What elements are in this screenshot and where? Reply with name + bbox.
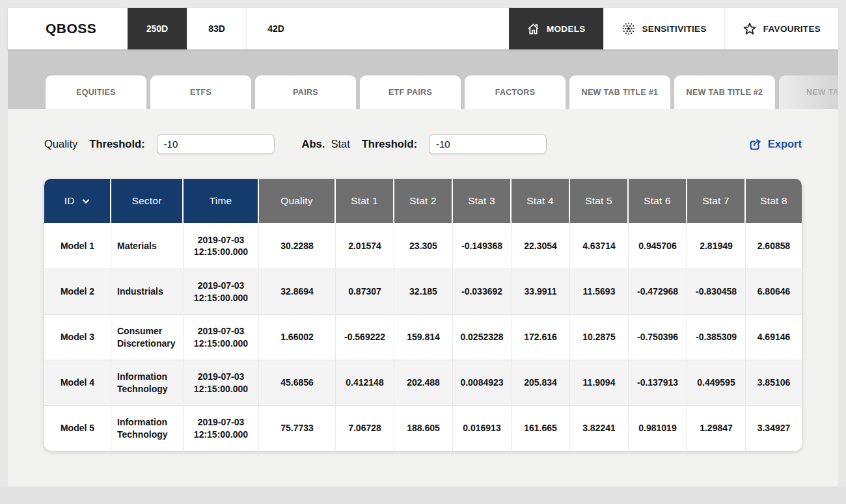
- brand-logo: QBOSS: [8, 8, 128, 49]
- period-tabs: 250D83D42D: [128, 8, 305, 49]
- col-header-stat-1[interactable]: Stat 1: [336, 179, 394, 223]
- abs-stat-threshold-label: Threshold:: [362, 138, 417, 150]
- stat-cell: 0.0084923: [453, 360, 512, 405]
- stat-cell: 0.945706: [629, 223, 687, 269]
- subtab-new-tab-title-1[interactable]: NEW TAB TITLE #1: [569, 75, 670, 109]
- table-row[interactable]: Model 1Materials2019-07-03 12:15:00.0003…: [44, 223, 802, 269]
- sensitivities-icon: [621, 21, 636, 36]
- stat-cell: 0.981019: [629, 405, 687, 451]
- subtab-factors[interactable]: FACTORS: [465, 75, 566, 109]
- stat-cell: 0.449595: [687, 360, 746, 405]
- col-header-id[interactable]: ID: [44, 179, 111, 223]
- col-header-stat-2[interactable]: Stat 2: [394, 179, 453, 223]
- stat-cell: 0.016913: [453, 405, 512, 451]
- col-header-stat-6[interactable]: Stat 6: [629, 179, 687, 223]
- model-id-cell: Model 1: [44, 223, 111, 269]
- export-label: Export: [768, 138, 802, 150]
- subtab-strip: EQUITIESETFSPAIRSETF PAIRSFACTORSNEW TAB…: [8, 49, 838, 109]
- table-row[interactable]: Model 3Consumer Discretionary2019-07-03 …: [44, 314, 802, 360]
- abs-label: Abs.: [302, 138, 325, 150]
- col-header-sector[interactable]: Sector: [111, 179, 184, 223]
- col-header-stat-7[interactable]: Stat 7: [687, 179, 746, 223]
- filter-bar: Quality Threshold: Abs. Stat Threshold: …: [44, 109, 802, 154]
- sector-cell: Information Technology: [111, 360, 184, 405]
- stat-cell: 1.29847: [687, 405, 746, 451]
- col-header-time[interactable]: Time: [184, 179, 259, 223]
- quality-threshold-label: Threshold:: [89, 138, 144, 150]
- subtab-etfs[interactable]: ETFS: [150, 75, 251, 109]
- stat-cell: 202.488: [394, 360, 453, 405]
- quality-threshold-input[interactable]: [157, 134, 275, 154]
- col-header-stat-3[interactable]: Stat 3: [453, 179, 512, 223]
- stat-cell: 23.305: [394, 223, 453, 269]
- subtab-pairs[interactable]: PAIRS: [255, 75, 356, 109]
- stat-cell: 10.2875: [570, 314, 629, 360]
- stat-cell: -0.137913: [629, 360, 687, 405]
- subtab-new-tab-title-2[interactable]: NEW TAB TITLE #2: [674, 75, 775, 109]
- stat-cell: -0.750396: [629, 314, 687, 360]
- stat-cell: 2.01574: [336, 223, 394, 269]
- model-id-cell: Model 4: [44, 360, 111, 405]
- chevron-down-icon: [82, 199, 90, 204]
- model-id-cell: Model 3: [44, 314, 111, 360]
- stat-cell: 172.616: [512, 314, 570, 360]
- table-header-row: ID Sector Time Quality Stat 1 Stat 2 Sta…: [44, 179, 802, 223]
- top-nav: QBOSS 250D83D42D MODELSSENSITIVITIESFAVO…: [8, 8, 838, 49]
- stat-cell: 4.69146: [746, 314, 802, 360]
- stat-cell: 1.66002: [259, 314, 336, 360]
- stat-label: Stat: [331, 138, 349, 150]
- period-tab-83d[interactable]: 83D: [187, 8, 246, 49]
- nav-item-models[interactable]: MODELS: [509, 8, 603, 49]
- app-window: QBOSS 250D83D42D MODELSSENSITIVITIESFAVO…: [8, 8, 838, 486]
- models-table: ID Sector Time Quality Stat 1 Stat 2 Sta…: [44, 179, 802, 451]
- abs-stat-threshold-input[interactable]: [429, 134, 547, 154]
- sector-cell: Consumer Discretionary: [111, 314, 184, 360]
- sector-cell: Materials: [111, 223, 184, 269]
- stat-cell: 3.82241: [570, 405, 629, 451]
- home-icon: [526, 22, 540, 36]
- stat-cell: 11.9094: [570, 360, 629, 405]
- stat-cell: 7.06728: [336, 405, 394, 451]
- stat-cell: -0.569222: [336, 314, 394, 360]
- col-header-stat-5[interactable]: Stat 5: [570, 179, 629, 223]
- stat-cell: 161.665: [512, 405, 570, 451]
- time-cell: 2019-07-03 12:15:00.000: [184, 405, 259, 451]
- table-row[interactable]: Model 4Information Technology2019-07-03 …: [44, 360, 802, 405]
- model-id-cell: Model 2: [44, 269, 111, 314]
- col-header-id-label: ID: [64, 195, 75, 206]
- export-icon: [748, 137, 763, 152]
- stat-cell: -0.149368: [453, 223, 512, 269]
- export-button[interactable]: Export: [748, 137, 802, 152]
- subtab-equities[interactable]: EQUITIES: [46, 75, 146, 109]
- stat-cell: 0.412148: [336, 360, 394, 405]
- stat-cell: 2.81949: [687, 223, 746, 269]
- bottom-strip: [0, 486, 846, 504]
- table-row[interactable]: Model 2Industrials2019-07-03 12:15:00.00…: [44, 269, 802, 314]
- stat-cell: 33.9911: [512, 269, 570, 314]
- stat-cell: 0.0252328: [453, 314, 512, 360]
- content-area: Quality Threshold: Abs. Stat Threshold: …: [8, 109, 838, 486]
- stat-cell: 3.85106: [746, 360, 802, 405]
- nav-item-sensitivities[interactable]: SENSITIVITIES: [603, 8, 724, 49]
- stat-cell: -0.472968: [629, 269, 687, 314]
- period-tab-250d[interactable]: 250D: [128, 8, 187, 49]
- subtab-new-tab-t[interactable]: NEW TAB T: [779, 75, 838, 109]
- stat-cell: 22.3054: [512, 223, 570, 269]
- table-row[interactable]: Model 5Information Technology2019-07-03 …: [44, 405, 802, 451]
- col-header-stat-4[interactable]: Stat 4: [512, 179, 570, 223]
- stat-cell: 3.34927: [746, 405, 802, 451]
- stat-cell: 75.7733: [259, 405, 336, 451]
- stat-cell: 0.87307: [336, 269, 394, 314]
- stat-cell: 11.5693: [570, 269, 629, 314]
- time-cell: 2019-07-03 12:15:00.000: [184, 360, 259, 405]
- stat-cell: 4.63714: [570, 223, 629, 269]
- col-header-stat-8[interactable]: Stat 8: [746, 179, 802, 223]
- period-tab-42d[interactable]: 42D: [246, 8, 305, 49]
- nav-item-favourites[interactable]: FAVOURITES: [724, 8, 838, 49]
- nav-item-label: FAVOURITES: [763, 24, 821, 34]
- stat-cell: 2.60858: [746, 223, 802, 269]
- star-icon: [743, 21, 757, 36]
- subtab-etf-pairs[interactable]: ETF PAIRS: [360, 75, 461, 109]
- time-cell: 2019-07-03 12:15:00.000: [184, 314, 259, 360]
- col-header-quality[interactable]: Quality: [259, 179, 336, 223]
